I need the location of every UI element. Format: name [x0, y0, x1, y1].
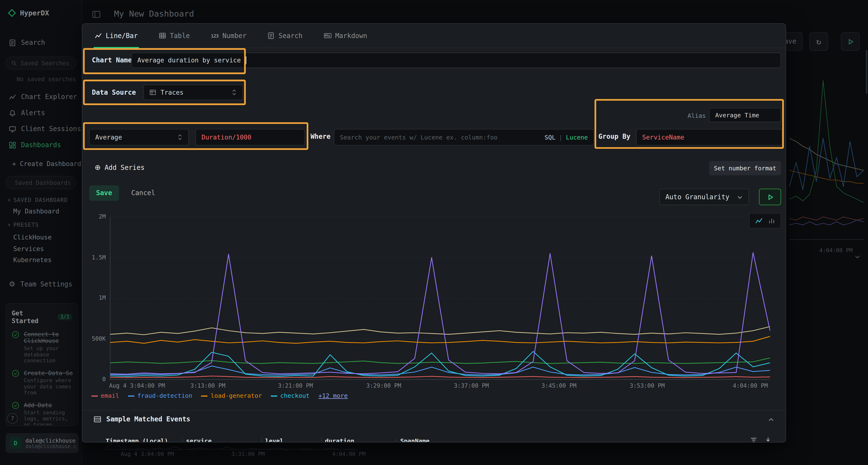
- legend-dash: [91, 395, 98, 396]
- tab-label: Search: [278, 32, 303, 39]
- tab-label: Markdown: [335, 32, 367, 39]
- y-axis-label: 2M: [84, 213, 106, 220]
- column-separator: ⋮: [393, 437, 399, 442]
- column-header-timestamp[interactable]: Timestamp (Local): [106, 437, 168, 442]
- chart-legend: emailfraud-detectionload-generatorchecko…: [91, 392, 348, 399]
- data-source-select[interactable]: Traces: [144, 85, 243, 100]
- alias-input[interactable]: Average Time: [709, 108, 781, 122]
- where-label: Where: [311, 133, 331, 140]
- column-separator: ⋮: [179, 437, 185, 442]
- collapse-chevron-icon[interactable]: [768, 417, 774, 423]
- legend-label: +12 more: [318, 392, 348, 399]
- edit-chart-modal: Line/Bar Table 123 Number Search Markdow…: [82, 23, 786, 442]
- alias-label: Alias: [688, 112, 706, 120]
- number-123-icon: 123: [211, 33, 219, 38]
- lucene-toggle[interactable]: Lucene: [566, 133, 588, 141]
- chevron-down-icon: [737, 194, 743, 200]
- x-axis-label: 3:37:00 PM: [454, 382, 489, 389]
- main-chart[interactable]: [109, 215, 771, 381]
- tab-label: Number: [222, 32, 246, 39]
- legend-item[interactable]: load-generator: [201, 392, 262, 399]
- play-icon: [767, 193, 774, 200]
- toggle-divider: |: [559, 133, 562, 141]
- tab-label: Line/Bar: [106, 32, 138, 39]
- granularity-select[interactable]: Auto Granularity: [659, 189, 749, 205]
- chart-line: [110, 253, 770, 374]
- chart-name-label: Chart Name: [92, 56, 132, 64]
- legend-label: load-generator: [211, 392, 262, 399]
- legend-item[interactable]: +12 more: [318, 392, 348, 399]
- run-chart-button[interactable]: [759, 189, 781, 205]
- y-axis-label: 500K: [84, 335, 106, 342]
- group-by-input[interactable]: ServiceName: [636, 129, 782, 145]
- chart-display-toggle: [749, 213, 781, 228]
- line-chart-icon[interactable]: [755, 217, 763, 225]
- save-button[interactable]: Save: [89, 185, 119, 201]
- x-axis-label: 4:04:00 PM: [733, 382, 768, 389]
- x-axis-label: 3:13:00 PM: [190, 382, 225, 389]
- y-axis-label: 0: [84, 376, 106, 383]
- document-icon: [268, 32, 275, 39]
- tab-search[interactable]: Search: [268, 24, 302, 48]
- where-input[interactable]: Search your events w/ Lucene ex. column:…: [334, 129, 594, 145]
- group-by-value: ServiceName: [642, 133, 684, 141]
- tab-markdown[interactable]: Markdown: [323, 24, 367, 48]
- legend-item[interactable]: email: [91, 392, 119, 399]
- column-header-duration[interactable]: duration: [325, 437, 354, 442]
- x-axis-label: 3:45:00 PM: [541, 382, 577, 389]
- column-separator: ⋮: [258, 437, 265, 442]
- x-axis-label: 3:29:00 PM: [366, 382, 401, 389]
- sql-toggle[interactable]: SQL: [545, 133, 556, 141]
- sample-events-title: Sample Matched Events: [106, 416, 190, 423]
- x-axis-label: Aug 4 3:04:00 PM: [109, 382, 165, 389]
- divider: [83, 410, 785, 410]
- sample-events-header[interactable]: Sample Matched Events: [94, 416, 190, 423]
- text-caret: [246, 56, 246, 64]
- legend-item[interactable]: checkout: [271, 392, 310, 399]
- field-input[interactable]: Duration/1000: [195, 129, 305, 145]
- aggregation-select[interactable]: Average: [89, 129, 189, 145]
- granularity-value: Auto Granularity: [665, 193, 730, 201]
- table-icon: [150, 89, 156, 96]
- column-header-spanname[interactable]: SpanName: [400, 437, 430, 442]
- data-source-value: Traces: [161, 89, 184, 96]
- legend-dash: [128, 395, 135, 396]
- tab-label: Table: [170, 32, 190, 39]
- placeholder-text: Search your events w/ Lucene ex. column:…: [340, 133, 498, 141]
- cancel-button[interactable]: Cancel: [131, 185, 155, 201]
- legend-label: email: [101, 392, 119, 399]
- chart-name-value: Average duration by service: [137, 56, 241, 64]
- chart-type-tabs: Line/Bar Table 123 Number Search Markdow…: [83, 24, 785, 48]
- tab-line-bar[interactable]: Line/Bar: [95, 24, 138, 48]
- legend-item[interactable]: fraud-detection: [128, 392, 192, 399]
- group-by-label: Group By: [598, 133, 630, 140]
- tab-table[interactable]: Table: [159, 24, 190, 48]
- filter-icon[interactable]: [750, 436, 757, 442]
- set-number-format-button[interactable]: Set number format: [709, 161, 781, 175]
- chart-line: [110, 366, 770, 375]
- chart-name-input[interactable]: Average duration by service: [131, 53, 781, 68]
- y-axis-label: 1M: [84, 294, 106, 301]
- x-axis-label: 3:53:00 PM: [630, 382, 665, 389]
- y-axis-label: 1.5M: [84, 254, 106, 261]
- app-root: My New Dashboard Save ↻ 4:04:00 PM Aug 4…: [0, 0, 868, 465]
- select-updown-icon: [231, 89, 237, 96]
- add-series-button[interactable]: ⊕ Add Series: [95, 163, 145, 171]
- column-header-level[interactable]: level: [265, 437, 283, 442]
- chart-line: [110, 336, 770, 343]
- column-separator: ⋮: [318, 437, 324, 442]
- data-source-label: Data Source: [92, 89, 136, 96]
- download-icon[interactable]: [765, 436, 772, 442]
- add-series-label: Add Series: [105, 163, 145, 171]
- legend-dash: [201, 395, 208, 396]
- table-icon: [159, 32, 166, 39]
- tab-number[interactable]: 123 Number: [211, 24, 246, 48]
- x-axis-label: 3:21:00 PM: [278, 382, 313, 389]
- legend-dash: [271, 395, 278, 396]
- bar-chart-icon[interactable]: [768, 217, 775, 224]
- aggregation-value: Average: [95, 133, 122, 141]
- column-header-service[interactable]: service: [186, 437, 212, 442]
- legend-label: checkout: [280, 392, 310, 399]
- chart-line: [110, 376, 770, 377]
- circle-plus-icon: ⊕: [95, 163, 101, 171]
